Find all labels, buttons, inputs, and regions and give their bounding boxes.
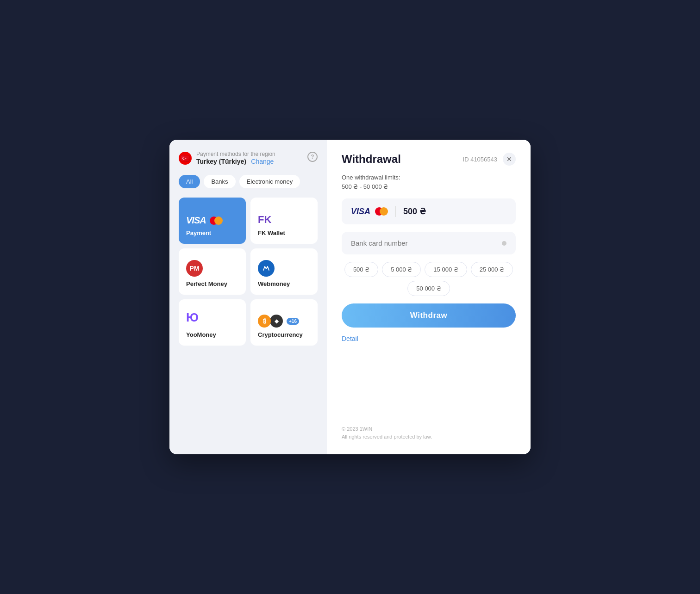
help-icon[interactable]: ? (307, 152, 318, 162)
mastercard-display-icon (375, 207, 388, 216)
turkey-flag-icon: 🇹🇷 (179, 152, 192, 165)
filter-electronic[interactable]: Electronic money (239, 175, 300, 188)
withdrawal-title: Withdrawal (342, 153, 401, 166)
card-number-input[interactable] (351, 239, 502, 247)
mc-orange-circle-icon (214, 217, 223, 225)
filter-banks[interactable]: Banks (204, 175, 235, 188)
withdrawal-header: Withdrawal ID 41056543 ✕ (342, 153, 516, 166)
region-header: 🇹🇷 Payment methods for the region Turkey… (179, 151, 318, 166)
fk-logo-icon: FK (258, 214, 271, 226)
amount-chip-5000[interactable]: 5 000 ₴ (382, 262, 421, 277)
card-amount-display: 500 ₴ (403, 206, 426, 217)
transaction-id: ID 41056543 (463, 156, 497, 163)
payment-method-visa[interactable]: VISA Payment (179, 198, 246, 244)
payment-grid: VISA Payment FK FK Wallet PM (179, 198, 318, 346)
card-divider (395, 206, 396, 217)
footer-copyright: © 2023 1WIN (342, 425, 516, 433)
yoo-card-name: YooMoney (186, 331, 216, 338)
mc-display-orange-icon (380, 207, 388, 216)
fk-logo: FK (258, 214, 271, 226)
visa-card-name: Payment (186, 229, 211, 236)
payment-method-crypto[interactable]: ₿ ◆ +16 Cryptocurrency (250, 299, 318, 346)
payment-method-yoo[interactable]: Ю YooMoney (179, 299, 246, 346)
region-country: Turkey (Türkiye) Change (196, 157, 303, 166)
close-button[interactable]: ✕ (503, 153, 516, 166)
region-label: Payment methods for the region (196, 151, 303, 157)
limits-line2: 500 ₴ - 50 000 ₴ (342, 182, 516, 192)
payment-method-wm[interactable]: Webmoney (250, 248, 318, 295)
pm-card-name: Perfect Money (186, 280, 227, 287)
visa-logo: VISA (186, 215, 223, 226)
filter-all[interactable]: All (179, 175, 200, 188)
withdrawal-modal: 🇹🇷 Payment methods for the region Turkey… (169, 140, 531, 454)
wm-logo-icon (258, 260, 275, 277)
withdraw-button[interactable]: Withdraw (342, 303, 516, 328)
payment-method-pm[interactable]: PM Perfect Money (179, 248, 246, 295)
footer: © 2023 1WIN All rights reserved and prot… (342, 416, 516, 441)
svg-text:Ю: Ю (186, 310, 199, 324)
yoo-logo-icon: Ю (186, 310, 205, 328)
crypto-logo: ₿ ◆ +16 (258, 315, 299, 328)
pm-logo: PM (186, 260, 203, 277)
visa-card-logo: VISA (351, 207, 388, 217)
pm-logo-icon: PM (186, 260, 203, 277)
right-panel: Withdrawal ID 41056543 ✕ One withdrawal … (327, 140, 531, 454)
detail-link[interactable]: Detail (342, 335, 516, 342)
region-text: Payment methods for the region Turkey (T… (196, 151, 303, 166)
visa-card-display: VISA 500 ₴ (342, 198, 516, 224)
card-number-input-wrap[interactable] (342, 232, 516, 254)
visa-text-icon: VISA (186, 215, 206, 226)
amount-chip-25000[interactable]: 25 000 ₴ (471, 262, 513, 277)
amount-chip-15000[interactable]: 15 000 ₴ (425, 262, 467, 277)
mastercard-circles-icon (210, 217, 223, 225)
card-input-dot-icon (502, 241, 506, 246)
left-panel: 🇹🇷 Payment methods for the region Turkey… (169, 140, 327, 454)
amount-chip-50000[interactable]: 50 000 ₴ (407, 281, 450, 296)
yoo-logo: Ю (186, 310, 205, 328)
footer-rights: All rights reserved and protected by law… (342, 433, 516, 441)
btc-icon: ₿ (258, 315, 271, 328)
region-change-link[interactable]: Change (251, 158, 274, 165)
visa-brand-icon: VISA (351, 207, 370, 217)
crypto-plus-badge: +16 (287, 318, 299, 325)
limits-text: One withdrawal limits: 500 ₴ - 50 000 ₴ (342, 173, 516, 191)
eth-icon: ◆ (270, 315, 283, 328)
header-right: ID 41056543 ✕ (463, 153, 516, 166)
crypto-card-name: Cryptocurrency (258, 331, 303, 338)
limits-line1: One withdrawal limits: (342, 173, 516, 182)
fk-card-name: FK Wallet (258, 229, 285, 236)
filter-tabs: All Banks Electronic money (179, 175, 318, 188)
amount-chip-500[interactable]: 500 ₴ (344, 262, 378, 277)
payment-method-fk[interactable]: FK FK Wallet (250, 198, 318, 244)
wm-logo (258, 260, 275, 277)
wm-card-name: Webmoney (258, 280, 290, 287)
region-country-name: Turkey (Türkiye) (196, 158, 246, 165)
amount-chips: 500 ₴ 5 000 ₴ 15 000 ₴ 25 000 ₴ 50 000 ₴ (342, 262, 516, 296)
